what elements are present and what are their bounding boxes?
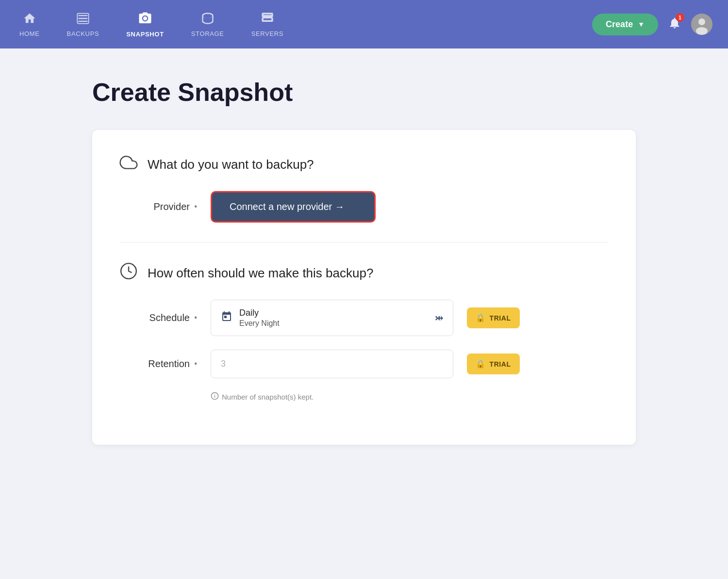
servers-icon (261, 12, 274, 27)
schedule-select-left: Daily Every Night (221, 308, 280, 328)
nav-item-servers[interactable]: SERVERS (248, 7, 287, 42)
provider-row: Provider * Connect a new provider → (119, 191, 609, 223)
retention-row: Retention * 🔒 TRIAL (119, 350, 609, 378)
notification-badge: 1 (676, 13, 684, 22)
nav-actions: Create ▼ 1 (592, 14, 712, 35)
schedule-row: Schedule * Daily Every Night (119, 300, 609, 336)
user-avatar[interactable] (691, 14, 712, 35)
nav-item-snapshot[interactable]: SNAPSHOT (122, 6, 167, 43)
retention-trial-lock-icon: 🔒 (476, 359, 486, 369)
schedule-label: Schedule * (119, 312, 197, 323)
schedule-section-header: How often should we make this backup? (119, 262, 609, 284)
info-icon (211, 392, 219, 402)
retention-hint: Number of snapshot(s) kept. (211, 392, 609, 402)
provider-required: * (195, 204, 197, 211)
nav-label-servers: SERVERS (251, 30, 283, 37)
schedule-trial-badge[interactable]: 🔒 TRIAL (467, 307, 520, 328)
nav-item-backups[interactable]: BACKUPS (63, 7, 103, 42)
home-icon (23, 12, 36, 27)
create-chevron-icon: ▼ (638, 20, 645, 28)
page-title: Create Snapshot (92, 78, 636, 107)
schedule-chevron-icon: ⤔ (435, 312, 443, 324)
backups-icon (76, 12, 90, 27)
backup-section-header: What do you want to backup? (119, 153, 609, 176)
storage-icon (201, 12, 215, 27)
schedule-trial-label: TRIAL (490, 314, 511, 322)
backup-section-title: What do you want to backup? (148, 157, 314, 172)
retention-input[interactable] (211, 350, 453, 378)
create-button[interactable]: Create ▼ (592, 14, 658, 35)
schedule-section: How often should we make this backup? Sc… (119, 262, 609, 402)
nav-label-storage: STORAGE (191, 30, 224, 37)
notification-bell[interactable]: 1 (668, 16, 681, 33)
provider-label: Provider * (119, 201, 197, 212)
connect-provider-label: Connect a new provider → (230, 201, 345, 212)
snapshot-icon (138, 11, 152, 28)
main-content: Create Snapshot What do you want to back… (73, 48, 655, 474)
retention-label: Retention * (119, 358, 197, 370)
retention-trial-badge[interactable]: 🔒 TRIAL (467, 354, 520, 374)
backup-section: What do you want to backup? Provider * C… (119, 153, 609, 223)
nav-label-backups: BACKUPS (67, 30, 99, 37)
trial-lock-icon: 🔒 (476, 313, 486, 322)
svg-point-2 (698, 18, 705, 25)
nav-item-home[interactable]: HOME (16, 7, 44, 42)
clock-icon (119, 262, 138, 284)
nav-label-home: HOME (19, 30, 40, 37)
retention-trial-label: TRIAL (490, 360, 511, 368)
connect-provider-button[interactable]: Connect a new provider → (211, 191, 376, 223)
schedule-dropdown[interactable]: Daily Every Night ⤔ (211, 300, 453, 336)
schedule-main-text: Daily (239, 308, 280, 318)
retention-hint-text: Number of snapshot(s) kept. (222, 393, 314, 401)
calendar-icon (221, 311, 232, 325)
schedule-section-title: How often should we make this backup? (148, 266, 373, 281)
schedule-texts: Daily Every Night (239, 308, 280, 328)
cloud-icon (119, 153, 138, 176)
section-divider (119, 242, 609, 242)
navbar: HOME BACKUPS SNAPSHOT (0, 0, 728, 48)
svg-point-3 (696, 27, 708, 35)
create-snapshot-card: What do you want to backup? Provider * C… (92, 130, 636, 445)
schedule-sub-text: Every Night (239, 319, 280, 328)
create-label: Create (606, 19, 633, 30)
retention-required: * (195, 361, 197, 369)
schedule-required: * (195, 315, 197, 322)
nav-label-snapshot: SNAPSHOT (126, 31, 164, 38)
nav-items: HOME BACKUPS SNAPSHOT (16, 6, 592, 43)
nav-item-storage[interactable]: STORAGE (187, 7, 228, 42)
